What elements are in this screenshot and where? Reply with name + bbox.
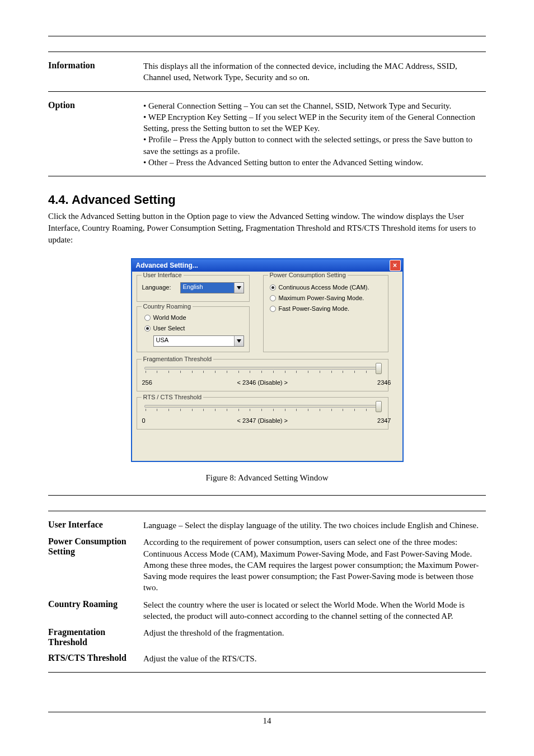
table-row: Power Consumption Setting According to t… (48, 536, 486, 593)
table-row: Fragmentation Threshold Adjust the thres… (48, 627, 486, 647)
country-select[interactable]: USA (153, 335, 244, 347)
radio-label: Continuous Access Mode (CAM). (279, 284, 369, 291)
frag-value: < 2346 (Disable) > (237, 379, 288, 386)
frag-min: 256 (142, 379, 152, 386)
radio-max-power-saving[interactable]: Maximum Power-Saving Mode. (270, 295, 364, 301)
field-label: Power Consumption Setting (48, 536, 143, 557)
radio-cam[interactable]: Continuous Access Mode (CAM). (270, 284, 369, 291)
chevron-down-icon[interactable] (234, 283, 243, 293)
field-label: User Interface (48, 520, 143, 530)
rts-max: 2347 (377, 417, 391, 424)
group-legend: User Interface (142, 272, 184, 278)
field-desc: • General Connection Setting – You can s… (143, 100, 486, 169)
page-number: 14 (48, 716, 486, 726)
chevron-down-icon[interactable] (234, 336, 243, 346)
group-legend: Fragmentation Threshold (142, 356, 214, 362)
field-desc: Adjust the threshold of the fragmentatio… (143, 627, 486, 638)
field-label: Fragmentation Threshold (48, 627, 143, 647)
group-legend: Power Consumption Setting (268, 272, 348, 278)
language-label: Language: (142, 284, 171, 291)
rts-value: < 2347 (Disable) > (237, 417, 288, 424)
radio-user-select[interactable]: User Select (144, 325, 185, 332)
rts-slider[interactable] (142, 405, 382, 411)
language-value: English (181, 283, 234, 293)
table-divider (48, 52, 486, 53)
close-icon[interactable]: × (390, 260, 401, 271)
table-divider (48, 36, 486, 37)
field-desc: This displays all the information of the… (143, 60, 486, 83)
radio-label: User Select (153, 325, 185, 332)
table-row: Option • General Connection Setting – Yo… (48, 100, 486, 169)
fragmentation-slider[interactable] (142, 367, 382, 373)
field-label: Information (48, 60, 143, 71)
table-divider (48, 495, 486, 496)
table-row: User Interface Language – Select the dis… (48, 520, 486, 531)
field-desc: According to the requirement of power co… (143, 536, 486, 593)
field-label: Country Roaming (48, 599, 143, 609)
table-divider (48, 511, 486, 512)
titlebar[interactable]: Advanced Setting... × (132, 259, 402, 272)
field-desc: Select the country where the user is loc… (143, 599, 486, 622)
section-intro: Click the Advanced Setting button in the… (48, 211, 486, 246)
table-divider (48, 672, 486, 673)
slider-thumb[interactable] (376, 401, 382, 412)
field-desc: Language – Select the display language o… (143, 520, 486, 531)
groupbox-fragmentation: Fragmentation Threshold (137, 359, 388, 391)
field-label: Option (48, 100, 143, 110)
advanced-setting-dialog: Advanced Setting... × User Interface Lan… (131, 258, 404, 462)
country-value: USA (154, 336, 234, 346)
footer-divider (48, 712, 486, 713)
section-title: 4.4. Advanced Setting (48, 193, 486, 207)
field-label: RTS/CTS Threshold (48, 653, 143, 663)
groupbox-rts-cts: RTS / CTS Threshold (137, 397, 388, 430)
radio-label: Fast Power-Saving Mode. (279, 305, 350, 312)
dialog-title: Advanced Setting... (136, 262, 198, 269)
field-desc: Adjust the value of the RTS/CTS. (143, 653, 486, 664)
radio-fast-power-saving[interactable]: Fast Power-Saving Mode. (270, 305, 350, 312)
radio-label: Maximum Power-Saving Mode. (279, 295, 364, 301)
slider-thumb[interactable] (376, 363, 382, 374)
table-row: RTS/CTS Threshold Adjust the value of th… (48, 653, 486, 664)
table-row: Information This displays all the inform… (48, 60, 486, 83)
figure-caption: Figure 8: Advanced Setting Window (48, 473, 486, 483)
table-divider (48, 176, 486, 177)
table-divider (48, 91, 486, 92)
rts-min: 0 (142, 417, 146, 424)
group-legend: RTS / CTS Threshold (142, 394, 204, 400)
table-row: Country Roaming Select the country where… (48, 599, 486, 622)
frag-max: 2346 (377, 379, 391, 386)
radio-label: World Mode (153, 314, 186, 321)
group-legend: Country Roaming (142, 303, 193, 310)
radio-world-mode[interactable]: World Mode (144, 314, 186, 321)
language-select[interactable]: English (180, 282, 244, 293)
